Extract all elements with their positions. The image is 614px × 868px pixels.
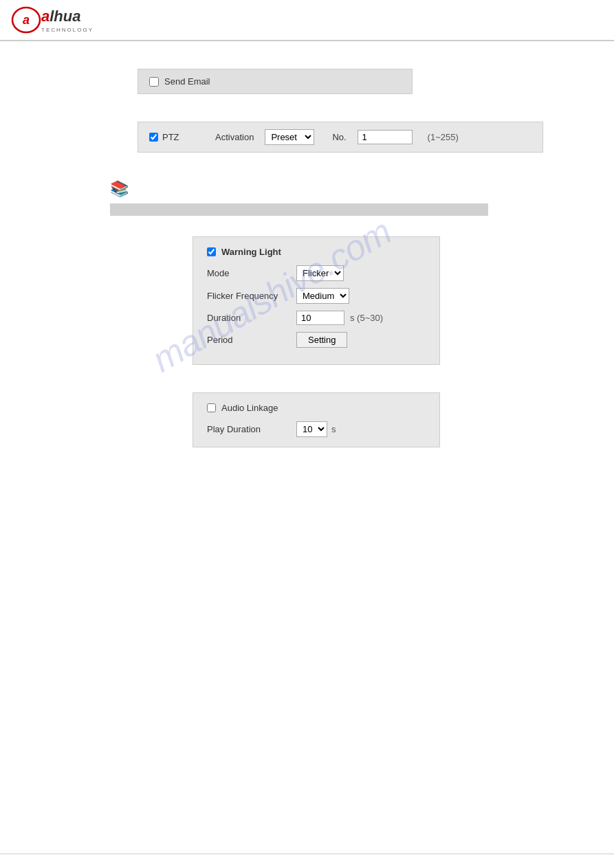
wl-period-value: Setting (296, 332, 347, 348)
warning-light-title: Warning Light (221, 247, 281, 257)
svg-text:a: a (23, 13, 30, 27)
send-email-box: Send Email (138, 69, 413, 94)
main-content: Send Email PTZ Activation Preset Tour Pa… (0, 41, 614, 489)
audio-play-duration-value: 5 10 15 20 25 30 s (296, 421, 336, 437)
wl-mode-row: Mode Flicker Solid (207, 265, 426, 281)
wl-mode-select[interactable]: Flicker Solid (296, 265, 344, 281)
ptz-activation-select[interactable]: Preset Tour Pattern (265, 129, 314, 145)
wl-freq-select[interactable]: Low Medium High (296, 288, 349, 304)
audio-play-duration-unit: s (331, 424, 336, 434)
warning-light-box: Warning Light Mode Flicker Solid Flicker… (193, 236, 440, 365)
wl-duration-row: Duration s (5~30) (207, 311, 426, 325)
send-email-label[interactable]: Send Email (149, 76, 210, 87)
warning-light-checkbox[interactable] (207, 247, 216, 256)
wl-mode-value: Flicker Solid (296, 265, 344, 281)
send-email-text: Send Email (164, 76, 210, 87)
wl-freq-value: Low Medium High (296, 288, 349, 304)
ptz-no-label: No. (332, 132, 346, 142)
wl-period-label: Period (207, 335, 296, 345)
note-section: 📚 (110, 180, 559, 216)
book-icon: 📚 (110, 180, 129, 198)
header: a alhua TECHNOLOGY (0, 0, 614, 41)
audio-play-duration-select[interactable]: 5 10 15 20 25 30 (296, 421, 327, 437)
ptz-activation-label: Activation (215, 132, 254, 142)
ptz-checkbox[interactable] (149, 133, 158, 142)
ptz-no-input[interactable] (358, 130, 413, 144)
warning-light-section: Warning Light Mode Flicker Solid Flicker… (55, 236, 559, 365)
note-bar (110, 203, 488, 216)
audio-play-duration-row: Play Duration 5 10 15 20 25 30 s (207, 421, 426, 437)
wl-duration-unit: s (5~30) (350, 313, 383, 323)
audio-linkage-header: Audio Linkage (207, 403, 426, 413)
audio-linkage-title: Audio Linkage (221, 403, 278, 413)
footer-line (0, 854, 614, 854)
wl-duration-input[interactable] (296, 311, 344, 325)
warning-light-header: Warning Light (207, 247, 426, 257)
wl-freq-row: Flicker Frequency Low Medium High (207, 288, 426, 304)
ptz-label[interactable]: PTZ (149, 132, 190, 142)
ptz-section: PTZ Activation Preset Tour Pattern No. (… (55, 122, 559, 153)
logo-sub: TECHNOLOGY (41, 27, 94, 33)
wl-mode-label: Mode (207, 268, 296, 278)
wl-duration-label: Duration (207, 313, 296, 323)
ptz-range: (1~255) (428, 132, 459, 142)
audio-box: Audio Linkage Play Duration 5 10 15 20 2… (193, 392, 440, 447)
audio-linkage-checkbox[interactable] (207, 403, 216, 412)
ptz-box: PTZ Activation Preset Tour Pattern No. (… (138, 122, 543, 153)
ptz-activation-select-wrap: Preset Tour Pattern (265, 129, 314, 145)
wl-freq-label: Flicker Frequency (207, 291, 296, 301)
wl-duration-value: s (5~30) (296, 311, 383, 325)
logo-icon: a (11, 6, 41, 34)
logo-text: alhua (41, 8, 80, 25)
wl-period-setting-button[interactable]: Setting (296, 332, 347, 348)
wl-period-row: Period Setting (207, 332, 426, 348)
audio-section: Audio Linkage Play Duration 5 10 15 20 2… (55, 392, 559, 447)
send-email-section: Send Email (55, 69, 559, 94)
logo: a alhua TECHNOLOGY (11, 6, 94, 34)
send-email-checkbox[interactable] (149, 77, 159, 87)
ptz-text: PTZ (162, 132, 179, 142)
audio-play-duration-label: Play Duration (207, 424, 296, 434)
